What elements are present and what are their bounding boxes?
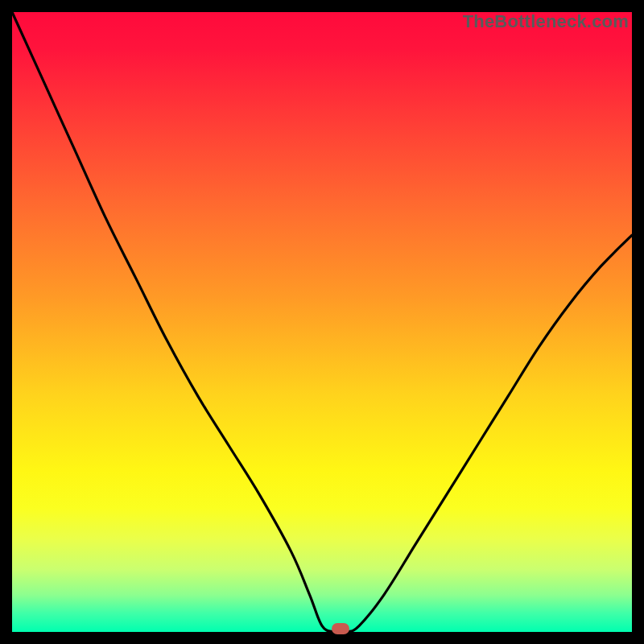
plot-area: TheBottleneck.com: [12, 12, 632, 632]
curve-svg: [12, 12, 632, 632]
chart-frame: TheBottleneck.com: [0, 0, 644, 644]
min-marker: [332, 623, 349, 634]
bottleneck-curve: [12, 12, 632, 633]
